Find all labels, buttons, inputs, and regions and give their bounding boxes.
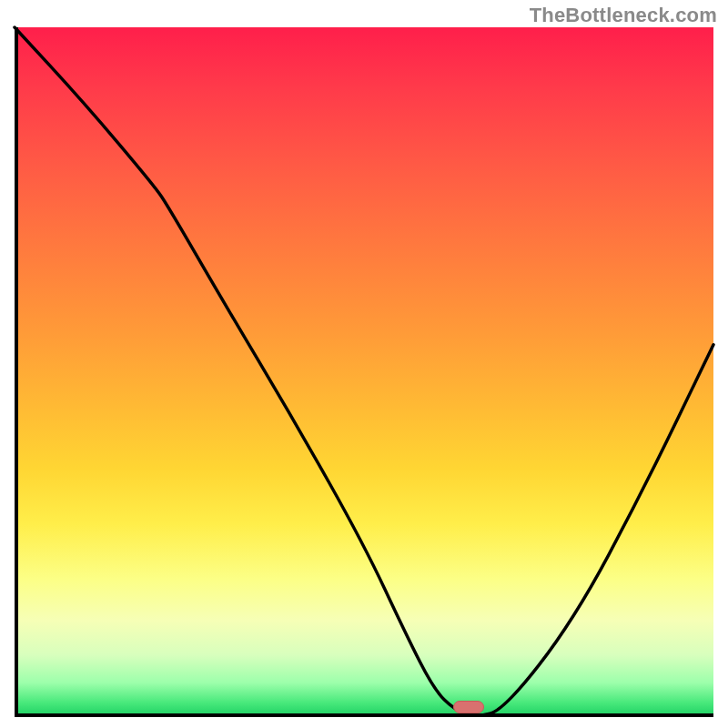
chart-canvas: TheBottleneck.com <box>0 0 728 728</box>
optimal-marker <box>453 701 484 713</box>
plot-area <box>15 27 713 717</box>
curve-layer <box>15 27 713 717</box>
bottleneck-curve-path <box>15 27 713 715</box>
watermark-text: TheBottleneck.com <box>530 4 717 27</box>
